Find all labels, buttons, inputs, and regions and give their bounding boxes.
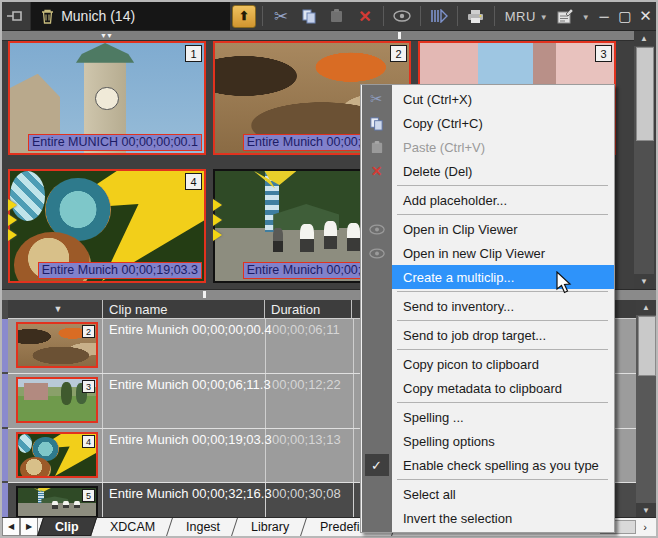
- clip-thumbnail-4[interactable]: 4 Entire Munich 00;00;19;03.3: [8, 169, 206, 283]
- marker-triangle-icon: [8, 214, 17, 226]
- clip-name-cell: Entire Munich 00;00;19;03.3: [109, 432, 272, 447]
- hscroll-right-icon[interactable]: ›: [638, 521, 652, 533]
- clip-name-cell: Entire Munich 00;00;06;11.3: [109, 377, 271, 392]
- printer-icon: [467, 9, 484, 24]
- tab-label: XDCAM: [110, 520, 155, 534]
- folder-up-button[interactable]: ⬆: [232, 5, 256, 28]
- menu-item-label: Add placeholder...: [392, 193, 507, 208]
- marker-triangle-icon: [8, 229, 17, 241]
- clip-number-badge: 4: [82, 435, 95, 448]
- row-selection-bar: [2, 319, 8, 372]
- tab-scroll-right-button[interactable]: ▶: [20, 518, 38, 536]
- splitter-handle-icon[interactable]: ▼▼: [100, 32, 112, 39]
- menu-item-label: Open in Clip Viewer: [392, 222, 518, 237]
- eye-icon: [369, 248, 385, 259]
- menu-item-copy-picon[interactable]: Copy picon to clipboard: [361, 352, 614, 376]
- tab-label: Library: [251, 520, 289, 534]
- scrollbar-thumb[interactable]: [638, 316, 656, 376]
- view-button[interactable]: [390, 4, 414, 28]
- tab-library[interactable]: Library: [234, 518, 307, 536]
- scroll-up-icon: ▲: [642, 303, 650, 312]
- paste-icon: [370, 140, 384, 155]
- clip-name-label: Entire MUNICH 00;00;00;00.1: [28, 134, 202, 151]
- minimize-button[interactable]: ─: [595, 9, 614, 24]
- eye-icon: [369, 224, 385, 235]
- marker-triangle-icon: [213, 229, 222, 241]
- menu-item-label: Delete (Del): [392, 164, 472, 179]
- menu-item-send-to-inventory[interactable]: Send to inventory...: [361, 294, 614, 318]
- menu-item-enable-check-spelling[interactable]: ✓ Enable check spelling as you type: [361, 453, 614, 477]
- metadata-dropdown-icon[interactable]: ▼: [582, 13, 590, 22]
- clip-number-badge: 2: [390, 45, 407, 62]
- duration-column-header[interactable]: Duration: [265, 300, 352, 318]
- scroll-up-button[interactable]: ▲: [636, 300, 656, 315]
- mru-label[interactable]: MRU: [505, 9, 536, 24]
- marker-triangle-icon: [213, 214, 222, 226]
- menu-item-select-all[interactable]: Select all: [361, 482, 614, 506]
- delete-x-icon: ✕: [358, 7, 371, 26]
- eye-icon: [393, 10, 411, 22]
- filter-arrow-icon[interactable]: ▼: [54, 304, 63, 314]
- splitter-tick: [398, 32, 401, 39]
- menu-item-open-new-clip-viewer[interactable]: Open in new Clip Viewer: [361, 241, 614, 265]
- delete-button[interactable]: ✕: [353, 4, 377, 28]
- clip-thumbnail-1[interactable]: 1 Entire MUNICH 00;00;00;00.1: [8, 41, 206, 155]
- tab-ingest[interactable]: Ingest: [169, 518, 238, 536]
- picon-column-header[interactable]: ▼: [8, 300, 103, 318]
- duration-cell: 00;00;06;11: [272, 322, 340, 337]
- close-button[interactable]: ✕: [636, 7, 655, 25]
- copy-icon: [369, 116, 384, 131]
- cut-button[interactable]: ✂: [269, 4, 293, 28]
- clip-number-badge: 2: [82, 325, 95, 338]
- clip-number-badge: 5: [82, 489, 95, 502]
- paste-icon: [329, 8, 344, 24]
- menu-item-create-multiclip[interactable]: Create a multiclip...: [361, 265, 614, 289]
- tab-label: Ingest: [186, 520, 220, 534]
- clip-name-label: Entire Munich 00;00;19;03.3: [38, 262, 202, 279]
- clip-name-column-header[interactable]: Clip name: [103, 300, 265, 318]
- maximize-button[interactable]: ▢: [615, 8, 634, 24]
- print-button[interactable]: [464, 4, 488, 28]
- scroll-up-button[interactable]: ▲: [634, 31, 654, 46]
- menu-item-copy[interactable]: Copy (Ctrl+C): [361, 111, 614, 135]
- mru-dropdown-icon[interactable]: ▼: [540, 13, 548, 22]
- menu-item-delete[interactable]: ✕ Delete (Del): [361, 159, 614, 183]
- marker-triangle-icon: [213, 199, 222, 211]
- menu-item-cut[interactable]: ✂ Cut (Ctrl+X): [361, 87, 614, 111]
- scrollbar-thumb[interactable]: [636, 47, 654, 141]
- picon-panel-scrollbar[interactable]: ▲ ▼: [634, 31, 654, 289]
- menu-item-paste[interactable]: Paste (Ctrl+V): [361, 135, 614, 159]
- menu-item-add-placeholder[interactable]: Add placeholder...: [361, 188, 614, 212]
- menu-item-copy-metadata[interactable]: Copy metadata to clipboard: [361, 376, 614, 400]
- clip-name-cell: Entire Munich 00;00;32;16.3: [109, 486, 272, 501]
- row-picon[interactable]: 5: [16, 486, 98, 518]
- row-picon[interactable]: 3: [16, 377, 98, 423]
- menu-item-open-clip-viewer[interactable]: Open in Clip Viewer: [361, 217, 614, 241]
- trash-icon: [41, 9, 54, 24]
- tab-scroll-left-button[interactable]: ◀: [2, 518, 20, 536]
- menu-item-label: Invert the selection: [392, 511, 512, 526]
- clip-number-badge: 3: [82, 380, 95, 393]
- paste-button[interactable]: [325, 4, 349, 28]
- tab-clip[interactable]: Clip: [37, 518, 96, 536]
- menu-item-spelling[interactable]: Spelling ...: [361, 405, 614, 429]
- menu-item-spelling-options[interactable]: Spelling options: [361, 429, 614, 453]
- menu-item-send-to-job-drop[interactable]: Send to job drop target...: [361, 323, 614, 347]
- copy-button[interactable]: [297, 4, 321, 28]
- pin-button[interactable]: [2, 2, 31, 30]
- panel-grip-bar[interactable]: ▼▼: [2, 31, 634, 41]
- scroll-down-button[interactable]: ▼: [636, 503, 656, 518]
- clip-list-scrollbar[interactable]: ▲ ▼: [636, 300, 656, 518]
- copy-icon: [301, 8, 317, 24]
- scissors-icon: ✂: [274, 6, 288, 27]
- menu-item-invert-selection[interactable]: Invert the selection: [361, 506, 614, 530]
- row-picon[interactable]: 4: [16, 432, 98, 478]
- tab-label: Clip: [55, 520, 79, 534]
- row-picon[interactable]: 2: [16, 322, 98, 368]
- scroll-down-button[interactable]: ▼: [634, 274, 654, 289]
- metadata-edit-button[interactable]: [554, 4, 578, 28]
- filter-button[interactable]: [427, 4, 451, 28]
- tab-xdcam[interactable]: XDCAM: [93, 518, 173, 536]
- folder-up-icon: ⬆: [239, 9, 249, 23]
- filmstrip-filter-icon: [430, 9, 448, 23]
